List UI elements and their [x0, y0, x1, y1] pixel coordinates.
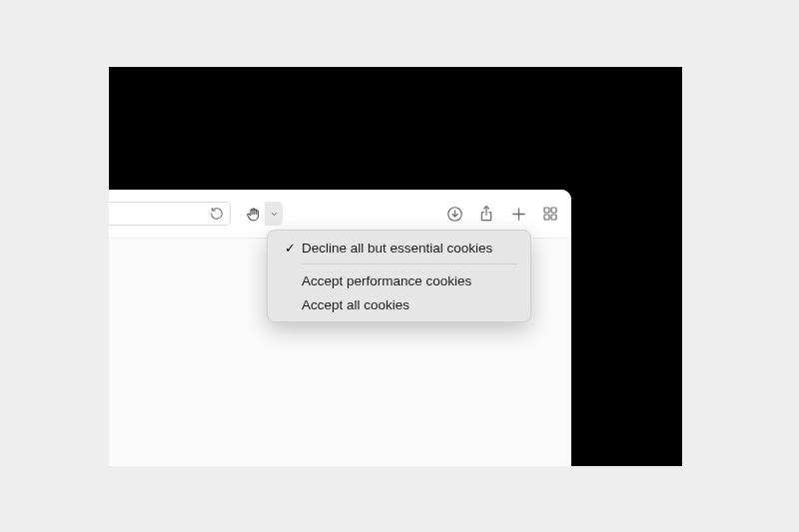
- new-tab-button[interactable]: [509, 205, 527, 223]
- hand-icon: [246, 207, 261, 222]
- menu-separator: [302, 264, 518, 265]
- plus-icon: [510, 206, 527, 223]
- share-icon: [478, 205, 494, 223]
- svg-rect-8: [551, 215, 556, 220]
- browser-window: ✓ Decline all but essential cookies Acce…: [109, 190, 571, 466]
- menu-item-decline-all[interactable]: ✓ Decline all but essential cookies: [268, 236, 530, 260]
- share-button[interactable]: [477, 205, 495, 223]
- cookie-consent-dropdown-toggle[interactable]: [265, 202, 283, 226]
- toolbar-right-icons: [445, 202, 559, 226]
- download-icon: [446, 206, 463, 223]
- menu-item-label: Decline all but essential cookies: [300, 241, 518, 256]
- svg-rect-5: [544, 208, 549, 213]
- menu-item-accept-all[interactable]: Accept all cookies: [268, 292, 530, 316]
- menu-item-label: Accept all cookies: [300, 297, 518, 312]
- tab-overview-button[interactable]: [541, 205, 559, 223]
- cookie-consent-button-group: [242, 202, 283, 226]
- reload-icon[interactable]: [210, 207, 224, 221]
- svg-rect-6: [551, 208, 556, 213]
- chevron-down-icon: [270, 210, 279, 219]
- address-bar[interactable]: [109, 202, 231, 226]
- menu-item-label: Accept performance cookies: [300, 273, 518, 288]
- svg-rect-7: [544, 215, 549, 220]
- menu-item-accept-performance[interactable]: Accept performance cookies: [268, 268, 530, 292]
- grid-icon: [542, 206, 558, 222]
- cookie-consent-button[interactable]: [242, 202, 264, 226]
- checkmark-icon: ✓: [280, 241, 300, 256]
- cookie-consent-menu: ✓ Decline all but essential cookies Acce…: [267, 230, 531, 322]
- downloads-button[interactable]: [445, 205, 463, 223]
